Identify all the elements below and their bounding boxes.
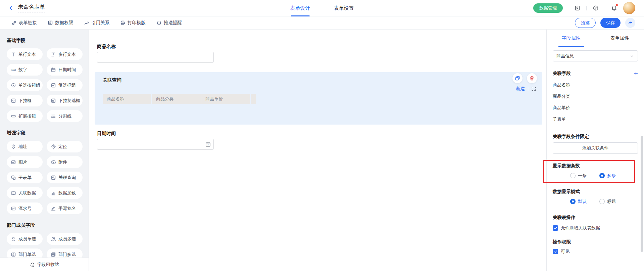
related-field-item[interactable]: 商品单价 [553,105,638,111]
toolbar-reference-relations[interactable]: 引用关系 [84,20,109,26]
table-column-header-spacer [251,94,256,104]
palette-item-datetime[interactable]: 日期时间 [47,64,83,76]
preview-button[interactable]: 预览 [575,18,596,28]
related-field-item[interactable]: 商品名称 [553,82,638,88]
share-button[interactable] [625,18,635,28]
checkbox-checked-icon [553,249,558,254]
palette-item-single-line-text[interactable]: 单行文本 [7,48,43,60]
add-related-field-icon[interactable]: + [634,71,638,76]
palette-item-extend-button[interactable]: 扩展按钮 [7,110,43,122]
datetime-icon [51,67,56,73]
table-column-header: 商品单价 [201,94,250,104]
palette-item-locate[interactable]: 定位 [47,141,83,152]
avatar[interactable] [623,2,635,14]
toolbar-push-reminder[interactable]: 推送提醒 [156,20,182,26]
radio-one-record[interactable]: 一条 [570,173,587,179]
push-reminder-icon [156,20,162,26]
form-canvas[interactable]: 商品名称 关联查询 新建 商品名称 商品分类 商品单价 日期时间 7 [89,30,546,271]
palette-item-member-single[interactable]: 成员单选 [7,233,43,245]
palette-item-attachment[interactable]: 附件 [47,156,83,168]
back-icon[interactable] [7,4,15,12]
condition-title: 关联字段条件限定 [553,134,638,140]
signature-icon [51,206,56,211]
contacts-icon[interactable] [573,4,581,12]
field-palette-sidebar: 基础字段 单行文本 多行文本 123数字 日期时间 单选按钮组 复选框组 下拉框… [0,30,89,271]
checkbox-checked-icon [553,225,558,231]
datetime-input[interactable]: 7 [97,139,214,150]
canvas-field-related-query-selected[interactable]: 关联查询 新建 商品名称 商品分类 商品单价 [95,72,542,125]
data-permission-icon [48,20,53,26]
checkbox-visible[interactable]: 可见 [553,249,638,255]
chevron-down-icon [630,54,634,58]
image-icon [11,160,16,165]
section-title-enhanced-fields: 增强字段 [7,130,83,136]
data-manage-button[interactable]: 数据管理 [533,3,563,13]
app-header: 未命名表单 表单设计 表单设置 数据管理 [0,0,644,16]
checkbox-allow-new-related-data[interactable]: 允许新增关联表数据 [553,225,638,231]
form-title[interactable]: 未命名表单 [18,4,45,12]
display-mode-title: 数据显示模式 [553,189,638,195]
expand-icon[interactable] [531,86,536,91]
tab-field-properties[interactable]: 字段属性 [547,30,595,47]
palette-item-checkbox-group[interactable]: 复选框组 [47,79,83,91]
svg-text:7: 7 [207,144,209,146]
serial-number-icon [11,206,16,211]
palette-item-serial-number[interactable]: 流水号 [7,202,43,214]
palette-item-image[interactable]: 图片 [7,156,43,168]
field-label: 商品名称 [97,44,214,50]
new-record-link[interactable]: 新建 [516,86,525,92]
field-recycle-bin[interactable]: 字段回收站 [0,258,89,271]
help-icon[interactable] [592,4,600,12]
multi-line-text-icon [51,52,56,57]
toolbar-form-link[interactable]: 表单链接 [11,20,37,26]
table-ops-title: 关联表操作 [553,215,638,221]
palette-item-member-multi[interactable]: 成员多选 [47,233,83,245]
related-field-item[interactable]: 子表单 [553,116,638,122]
radio-icon [570,173,576,178]
permission-title: 操作权限 [553,239,638,245]
add-condition-button[interactable]: 添加关联条件 [553,142,638,154]
notification-bell-icon[interactable] [610,4,618,12]
related-field-item[interactable]: 商品分类 [553,93,638,99]
palette-item-address[interactable]: 地址 [7,141,43,152]
canvas-field-datetime[interactable]: 日期时间 7 [97,131,214,150]
palette-item-radio-group[interactable]: 单选按钮组 [7,79,43,91]
radio-default-mode[interactable]: 默认 [570,198,587,205]
canvas-field-product-name[interactable]: 商品名称 [97,44,214,63]
palette-item-dropdown-multi[interactable]: 下拉复选框 [47,95,83,106]
calendar-icon[interactable]: 7 [205,141,211,147]
palette-item-divider-line[interactable]: 分割线 [47,110,83,122]
palette-item-related-query[interactable]: 关联查询 [47,172,83,183]
member-single-icon [11,236,16,242]
palette-item-number[interactable]: 123数字 [7,64,43,76]
product-name-input[interactable] [97,52,214,63]
palette-item-dropdown[interactable]: 下拉框 [7,95,43,106]
panel-scrollbar[interactable] [641,136,643,252]
save-button[interactable]: 保存 [600,18,621,28]
palette-item-signature[interactable]: 手写签名 [47,202,83,214]
tab-form-settings[interactable]: 表单设置 [334,0,354,16]
toolbar-data-permission[interactable]: 数据权限 [48,20,73,26]
delete-field-button[interactable] [527,73,537,83]
radio-title-mode[interactable]: 标题 [599,198,616,205]
toolbar-print-template[interactable]: 打印模版 [120,20,146,26]
attachment-icon [51,160,56,165]
linked-form-select[interactable]: 商品信息 [553,50,638,61]
section-title-dept-member-fields: 部门成员字段 [7,222,83,228]
palette-item-related-data[interactable]: 关联数据 [7,187,43,199]
radio-icon-selected [570,199,576,204]
display-count-section: 显示数据条数 一条 多条 [553,163,638,179]
link-icon [11,20,17,26]
palette-item-subform[interactable]: 子表单 [7,172,43,183]
palette-item-data-load[interactable]: 数据加载 [47,187,83,199]
data-load-icon [51,190,56,196]
locate-icon [51,144,56,149]
radio-icon-selected [599,173,605,178]
tab-form-design[interactable]: 表单设计 [290,0,310,16]
divider-icon [51,114,56,119]
form-toolbar: 表单链接 数据权限 引用关系 打印模版 推送提醒 预览 保存 [0,16,644,30]
tab-form-properties[interactable]: 表单属性 [595,30,644,47]
copy-field-button[interactable] [512,73,523,83]
palette-item-multi-line-text[interactable]: 多行文本 [47,48,83,60]
radio-multiple-records[interactable]: 多条 [599,173,616,179]
